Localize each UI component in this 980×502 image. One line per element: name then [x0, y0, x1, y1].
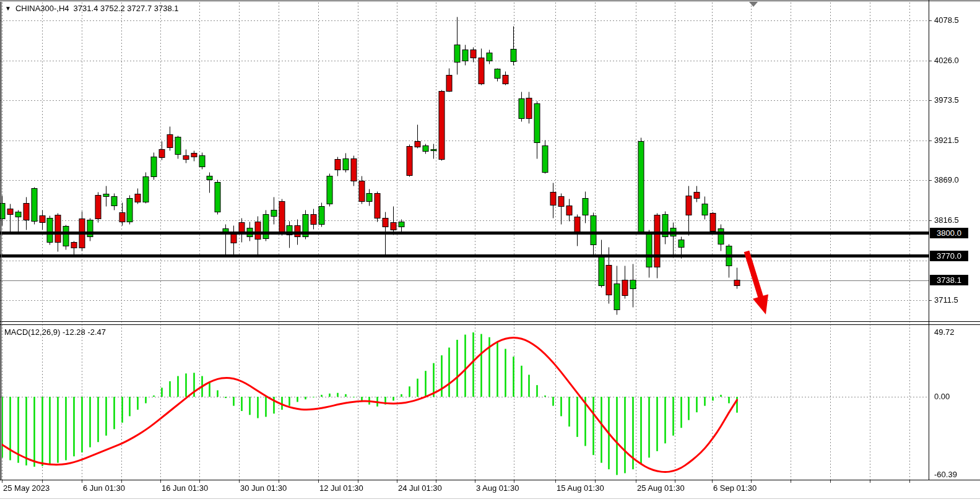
- trend-arrow-annotation[interactable]: [744, 251, 768, 314]
- annotation-layer: [0, 0, 980, 502]
- trading-chart-window: ▼ CHINA300-,H4 3731.4 3752.2 3727.7 3738…: [0, 0, 980, 502]
- level-price-tag: 3800.0: [930, 228, 968, 238]
- level-price-tag: 3770.0: [930, 251, 968, 261]
- current-price-tag: 3738.1: [930, 275, 968, 285]
